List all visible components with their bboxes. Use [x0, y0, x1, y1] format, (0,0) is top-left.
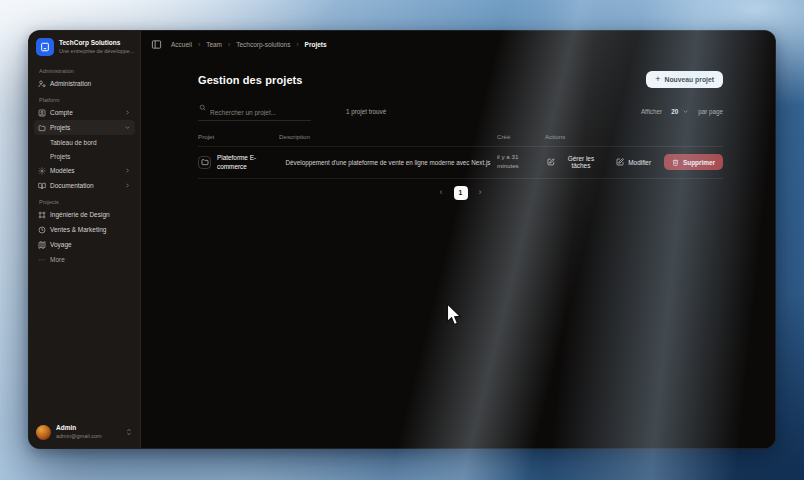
sidebar-item-projets[interactable]: Projets [34, 120, 135, 135]
topbar: Accueil › Team › Techcorp-solutions › Pr… [141, 31, 775, 57]
sidebar-item-label: Ventes & Marketing [50, 226, 106, 233]
sidebar: TechCorp Solutions Une entreprise de dév… [29, 31, 141, 448]
desktop-background: TechCorp Solutions Une entreprise de dév… [0, 0, 804, 480]
breadcrumb: Accueil › Team › Techcorp-solutions › Pr… [171, 41, 327, 48]
sidebar-item-more[interactable]: ⋯ More [34, 252, 135, 267]
edit-button[interactable]: Modifier [616, 156, 651, 168]
column-header-actions: Actions [545, 133, 723, 140]
breadcrumb-item-team[interactable]: Team [206, 41, 222, 48]
edit-icon [547, 158, 555, 166]
delete-button[interactable]: Supprimer [664, 154, 723, 170]
section-label-platform: Platform [39, 97, 130, 103]
project-name: Plateforme E-commerce [217, 153, 269, 172]
chevron-right-icon [124, 182, 131, 189]
project-created: il y a 31 minutes [497, 153, 531, 171]
projects-table: Projet Description Créé Actions [198, 129, 723, 200]
frame-icon [38, 211, 46, 219]
pagination-next-button[interactable]: › [477, 186, 484, 199]
chevron-right-icon [124, 109, 131, 116]
pagination: ‹ 1 › [198, 186, 723, 200]
sidebar-item-label: Administration [50, 80, 91, 87]
page-size-control: Afficher 20 par page [641, 106, 723, 117]
sidebar-item-documentation[interactable]: Documentation [34, 178, 135, 193]
table-row: Plateforme E-commerce Développement d'un… [198, 147, 723, 179]
user-menu[interactable]: Admin admin@gmail.com [29, 416, 140, 448]
new-project-label: Nouveau projet [665, 76, 714, 83]
sidebar-item-modeles[interactable]: Modèles [34, 163, 135, 178]
edit-label: Modifier [628, 159, 651, 166]
clock-icon [38, 226, 46, 234]
sidebar-item-label: Voyage [50, 241, 72, 248]
pagination-page-1-button[interactable]: 1 [454, 186, 468, 200]
search-icon [199, 104, 206, 111]
manage-tasks-label: Gérer les tâches [559, 155, 604, 169]
column-header-cree: Créé [497, 133, 545, 140]
square-user-icon [38, 109, 46, 117]
pagination-prev-button[interactable]: ‹ [438, 186, 445, 199]
chevron-right-icon [124, 167, 131, 174]
sidebar-item-compte[interactable]: Compte [34, 105, 135, 120]
page-title: Gestion des projets [198, 74, 303, 86]
page-header: Gestion des projets + Nouveau projet [198, 71, 723, 88]
plus-icon: + [655, 75, 660, 84]
sidebar-subitem-tableau-de-bord[interactable]: Tableau de bord [34, 135, 135, 149]
trash-icon [672, 159, 679, 166]
folder-icon [38, 124, 46, 132]
user-info: Admin admin@gmail.com [56, 424, 102, 440]
edit-icon [616, 158, 624, 166]
new-project-button[interactable]: + Nouveau projet [646, 71, 723, 88]
project-description: Développement d'une plateforme de vente … [279, 159, 497, 166]
folder-icon [198, 156, 211, 169]
result-count: 1 projet trouvé [346, 108, 386, 115]
sidebar-item-label: Compte [50, 109, 73, 116]
sidebar-item-voyage[interactable]: Voyage [34, 237, 135, 252]
breadcrumb-item-techcorp-solutions[interactable]: Techcorp-solutions [236, 41, 290, 48]
column-header-projet: Projet [198, 133, 279, 140]
gear-icon [38, 167, 46, 175]
org-name: TechCorp Solutions [59, 39, 134, 47]
chevron-down-icon [124, 124, 131, 131]
user-email: admin@gmail.com [56, 433, 102, 440]
book-open-icon [38, 182, 46, 190]
map-icon [38, 241, 46, 249]
manage-tasks-button[interactable]: Gérer les tâches [547, 153, 603, 171]
sidebar-item-label: More [50, 256, 65, 263]
ellipsis-icon: ⋯ [38, 256, 46, 264]
breadcrumb-separator: › [228, 41, 230, 48]
search-input[interactable] [198, 107, 311, 121]
org-logo-icon [36, 38, 54, 56]
org-subtitle: Une entreprise de développe... [59, 48, 134, 55]
section-label-projects: Projects [39, 199, 130, 205]
breadcrumb-separator: › [198, 41, 200, 48]
section-label-administration: Administration [39, 68, 130, 74]
sidebar-item-label: Modèles [50, 167, 75, 174]
sidebar-item-ingenierie-de-design[interactable]: Ingénierie de Design [34, 207, 135, 222]
page-size-value: 20 [671, 108, 678, 115]
table-header-row: Projet Description Créé Actions [198, 129, 723, 147]
page-size-prefix: Afficher [641, 108, 662, 115]
sidebar-item-label: Projets [50, 124, 70, 131]
breadcrumb-separator: › [296, 41, 298, 48]
sidebar-subitem-projets[interactable]: Projets [34, 149, 135, 163]
page-size-select[interactable]: 20 [668, 106, 692, 117]
app-window: TechCorp Solutions Une entreprise de dév… [28, 30, 776, 449]
sidebar-item-administration[interactable]: Administration [34, 76, 135, 91]
delete-label: Supprimer [683, 159, 715, 166]
breadcrumb-item-accueil[interactable]: Accueil [171, 41, 192, 48]
org-switcher[interactable]: TechCorp Solutions Une entreprise de dév… [29, 31, 140, 62]
search-box [198, 101, 311, 121]
sidebar-item-ventes-marketing[interactable]: Ventes & Marketing [34, 222, 135, 237]
breadcrumb-item-projets: Projets [305, 41, 327, 48]
sidebar-toggle-icon[interactable] [151, 39, 162, 50]
sidebar-item-label: Documentation [50, 182, 94, 189]
avatar [36, 425, 51, 440]
page-content: Gestion des projets + Nouveau projet 1 p… [141, 57, 775, 200]
user-gear-icon [38, 80, 46, 88]
chevrons-up-down-icon [125, 428, 133, 436]
table-toolbar: 1 projet trouvé Afficher 20 par page [198, 101, 723, 121]
sidebar-item-label: Ingénierie de Design [50, 211, 110, 218]
org-text: TechCorp Solutions Une entreprise de dév… [59, 39, 134, 55]
row-actions: Gérer les tâches Modifier [545, 153, 723, 171]
user-name: Admin [56, 424, 102, 432]
column-header-description: Description [279, 133, 497, 140]
